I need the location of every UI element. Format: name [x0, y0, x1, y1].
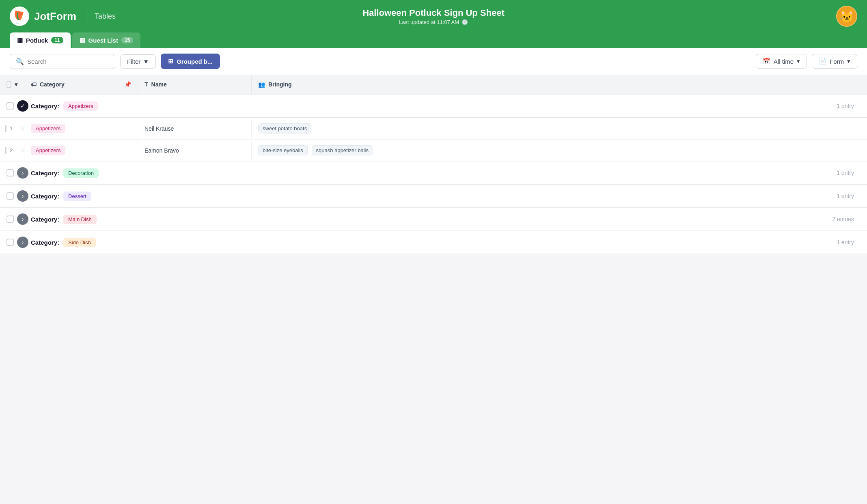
- table-row: 2 ☆ Appetizers Eamon Bravo bite-size eye…: [0, 140, 867, 162]
- bringing-tag-2-0: bite-size eyeballs: [258, 145, 308, 155]
- jotform-logo-icon: [10, 6, 29, 26]
- app-header: JotForm Tables Halloween Potluck Sign Up…: [0, 0, 867, 32]
- group-checkbox-side-dish: ›: [6, 237, 31, 248]
- group-text-dessert: Category:: [31, 193, 59, 200]
- row-name-2: Eamon Bravo: [138, 142, 252, 159]
- tab-guest-list-badge: 15: [121, 37, 133, 43]
- th-checkbox-area: ▾: [0, 75, 24, 94]
- group-tag-main-dish: Main Dish: [63, 215, 97, 224]
- th-bringing-label: Bringing: [268, 81, 292, 88]
- alltime-chevron-icon: ▾: [797, 58, 800, 65]
- group-label-main-dish: Category: Main Dish: [31, 215, 832, 224]
- clock-icon: 🕐: [462, 19, 468, 25]
- group-count-main-dish: 2 entries: [832, 216, 861, 222]
- group-text-appetizers: Category:: [31, 103, 59, 110]
- th-text-icon: T: [144, 81, 148, 88]
- app-name: JotForm: [34, 10, 76, 23]
- pin-icon: 📌: [124, 81, 131, 88]
- group-row-appetizers: ✓ Category: Appetizers 1 entry: [0, 95, 867, 118]
- th-bringing: 👥 Bringing: [252, 75, 867, 94]
- search-box[interactable]: 🔍: [10, 54, 115, 69]
- bringing-tag-2-1: squash appetizer balls: [312, 145, 373, 155]
- tab-potluck-label: Potluck: [26, 37, 48, 44]
- group-tag-side-dish: Side Dish: [63, 238, 96, 247]
- group-tag-dessert: Dessert: [63, 192, 91, 201]
- group-checkbox-appetizers: ✓: [6, 100, 31, 112]
- filter-button[interactable]: Filter ▼: [120, 54, 156, 69]
- tab-potluck[interactable]: ▦ Potluck 11: [10, 32, 71, 48]
- group-text-decoration: Category:: [31, 170, 59, 177]
- name-text-1: Neil Krause: [144, 125, 174, 132]
- row-bringing-1: sweet potato boats: [252, 118, 867, 139]
- group-expand-icon-dessert[interactable]: ›: [17, 190, 28, 202]
- group-row-decoration: › Category: Decoration 1 entry: [0, 162, 867, 185]
- group-checkbox-input-appetizers[interactable]: [6, 102, 14, 110]
- tab-guest-list[interactable]: ▦ Guest List 15: [72, 32, 141, 48]
- group-row-side-dish: › Category: Side Dish 1 entry: [0, 231, 867, 254]
- row-num-1: 1: [10, 125, 16, 131]
- last-updated-text: Last updated at 11:07 AM: [399, 19, 459, 25]
- header-chevron-icon[interactable]: ▾: [15, 81, 17, 88]
- group-checkbox-dessert: ›: [6, 190, 31, 202]
- group-expand-icon-appetizers[interactable]: ✓: [17, 100, 28, 112]
- avatar[interactable]: 🐱: [836, 6, 857, 27]
- group-checkbox-input-main-dish[interactable]: [6, 215, 14, 223]
- row-category-1: Appetizers: [24, 118, 138, 139]
- row-checkbox-1[interactable]: [5, 125, 6, 132]
- row-controls-2: 2 ☆: [0, 141, 24, 160]
- tab-grid-icon-2: ▦: [80, 37, 85, 44]
- header-subtitle: Last updated at 11:07 AM 🕐: [362, 19, 505, 25]
- th-category: 🏷 Category 📌: [24, 75, 138, 94]
- row-name-1: Neil Krause: [138, 120, 252, 138]
- tab-potluck-badge: 11: [51, 37, 63, 43]
- row-checkbox-2[interactable]: [5, 147, 6, 154]
- th-people-icon: 👥: [258, 81, 265, 88]
- group-expand-icon-main-dish[interactable]: ›: [17, 213, 28, 225]
- form-label: Form: [830, 58, 844, 65]
- toolbar-right: 📅 All time ▾ 📄 Form ▾: [756, 54, 857, 69]
- tab-guest-list-label: Guest List: [88, 37, 118, 44]
- group-tag-appetizers: Appetizers: [63, 101, 98, 111]
- grouped-button[interactable]: ⊞ Grouped b...: [161, 54, 220, 69]
- th-name: T Name: [138, 75, 252, 94]
- group-checkbox-input-decoration[interactable]: [6, 169, 14, 177]
- tab-grid-icon: ▦: [17, 37, 23, 44]
- group-checkbox-decoration: ›: [6, 167, 31, 179]
- name-text-2: Eamon Bravo: [144, 147, 179, 154]
- table-header: ▾ 🏷 Category 📌 T Name 👥 Bringing: [0, 75, 867, 95]
- row-category-2: Appetizers: [24, 140, 138, 161]
- filter-icon: ▼: [143, 58, 149, 65]
- logo-area: JotForm Tables: [10, 6, 116, 26]
- group-checkbox-input-side-dish[interactable]: [6, 239, 14, 246]
- th-name-label: Name: [151, 81, 167, 88]
- toolbar: 🔍 Filter ▼ ⊞ Grouped b... 📅 All time ▾ 📄…: [0, 48, 867, 75]
- table-row: 1 ☆ Appetizers Neil Krause sweet potato …: [0, 118, 867, 140]
- header-title-area: Halloween Potluck Sign Up Sheet Last upd…: [362, 8, 505, 25]
- row-bringing-2: bite-size eyeballs squash appetizer ball…: [252, 140, 867, 161]
- group-count-dessert: 1 entry: [837, 193, 861, 199]
- row-num-2: 2: [10, 147, 16, 153]
- alltime-button[interactable]: 📅 All time ▾: [756, 54, 807, 69]
- page-title: Halloween Potluck Sign Up Sheet: [362, 8, 505, 18]
- filter-label: Filter: [127, 58, 140, 65]
- form-button[interactable]: 📄 Form ▾: [812, 54, 857, 69]
- form-chevron-icon: ▾: [847, 58, 850, 65]
- group-count-appetizers: 1 entry: [837, 103, 861, 109]
- group-count-decoration: 1 entry: [837, 170, 861, 176]
- group-checkbox-input-dessert[interactable]: [6, 192, 14, 200]
- search-input[interactable]: [27, 58, 109, 65]
- table-container: ▾ 🏷 Category 📌 T Name 👥 Bringing ✓ Categ…: [0, 75, 867, 254]
- section-label: Tables: [88, 12, 116, 21]
- group-label-decoration: Category: Decoration: [31, 168, 837, 178]
- th-category-label: Category: [40, 81, 65, 88]
- group-expand-icon-side-dish[interactable]: ›: [17, 237, 28, 248]
- bringing-tag-1-0: sweet potato boats: [258, 123, 311, 134]
- calendar-icon: 📅: [763, 58, 770, 65]
- form-icon: 📄: [819, 58, 826, 65]
- header-checkbox[interactable]: [6, 81, 11, 88]
- group-label-appetizers: Category: Appetizers: [31, 101, 837, 111]
- tabs-bar: ▦ Potluck 11 ▦ Guest List 15: [0, 32, 867, 48]
- group-expand-icon-decoration[interactable]: ›: [17, 167, 28, 179]
- tag-appetizers-2: Appetizers: [31, 146, 65, 155]
- tag-appetizers-1: Appetizers: [31, 124, 65, 133]
